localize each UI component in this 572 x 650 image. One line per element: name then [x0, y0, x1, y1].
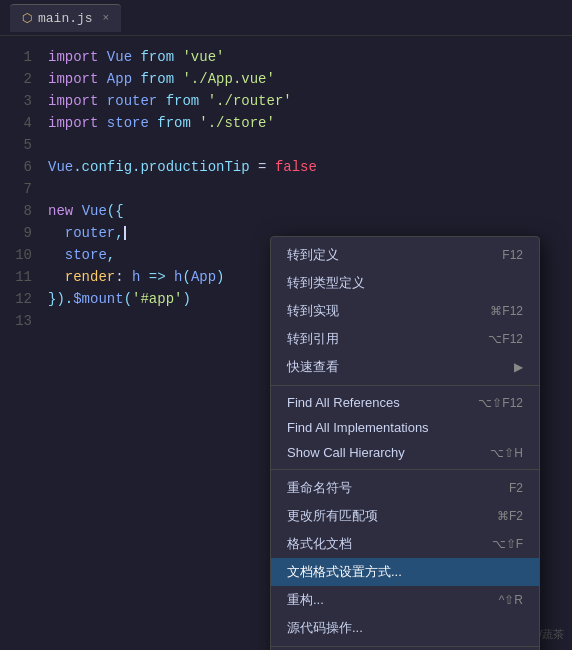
js-file-icon: ⬡ — [22, 11, 32, 26]
code-line: Vue.config.productionTip = false — [48, 156, 572, 178]
line-numbers: 12345678910111213 — [0, 36, 40, 650]
menu-item-label: 文档格式设置方式... — [287, 563, 402, 581]
menu-item-label: 快速查看 — [287, 358, 339, 376]
menu-item-label: 格式化文档 — [287, 535, 352, 553]
menu-item-shortcut: ⌥⇧F12 — [478, 396, 523, 410]
menu-separator — [271, 646, 539, 647]
menu-item-label: Find All Implementations — [287, 420, 429, 435]
code-line: import App from './App.vue' — [48, 68, 572, 90]
tab-close-button[interactable]: × — [103, 12, 110, 24]
menu-item[interactable]: Find All References⌥⇧F12 — [271, 390, 539, 415]
menu-item-shortcut: ⌥⇧F — [492, 537, 523, 551]
menu-item-label: 转到实现 — [287, 302, 339, 320]
title-bar: ⬡ main.js × — [0, 0, 572, 36]
menu-item-label: 源代码操作... — [287, 619, 363, 637]
context-menu: 转到定义F12转到类型定义转到实现⌘F12转到引用⌥F12快速查看▶Find A… — [270, 236, 540, 650]
menu-item-label: 转到定义 — [287, 246, 339, 264]
menu-item[interactable]: 重构...^⇧R — [271, 586, 539, 614]
menu-item-label: 重构... — [287, 591, 324, 609]
menu-item-label: Show Call Hierarchy — [287, 445, 405, 460]
menu-item[interactable]: 转到定义F12 — [271, 241, 539, 269]
menu-item-shortcut: F2 — [509, 481, 523, 495]
menu-item-shortcut: ^⇧R — [499, 593, 523, 607]
menu-item-shortcut: F12 — [502, 248, 523, 262]
tab-main-js[interactable]: ⬡ main.js × — [10, 4, 121, 32]
code-line: new Vue({ — [48, 200, 572, 222]
menu-item[interactable]: 源代码操作... — [271, 614, 539, 642]
code-line: import store from './store' — [48, 112, 572, 134]
code-line — [48, 178, 572, 200]
menu-item-shortcut: ⌥⇧H — [490, 446, 523, 460]
code-line: import router from './router' — [48, 90, 572, 112]
menu-separator — [271, 469, 539, 470]
menu-item[interactable]: 文档格式设置方式... — [271, 558, 539, 586]
menu-item[interactable]: Show Call Hierarchy⌥⇧H — [271, 440, 539, 465]
menu-item[interactable]: Find All Implementations — [271, 415, 539, 440]
menu-item-label: 转到类型定义 — [287, 274, 365, 292]
code-line: import Vue from 'vue' — [48, 46, 572, 68]
menu-item-label: 更改所有匹配项 — [287, 507, 378, 525]
submenu-arrow-icon: ▶ — [514, 360, 523, 374]
menu-item-shortcut: ⌘F2 — [497, 509, 523, 523]
menu-item[interactable]: 快速查看▶ — [271, 353, 539, 381]
menu-item[interactable]: 更改所有匹配项⌘F2 — [271, 502, 539, 530]
editor-area: 12345678910111213 import Vue from 'vue'i… — [0, 36, 572, 650]
menu-separator — [271, 385, 539, 386]
menu-item[interactable]: 转到引用⌥F12 — [271, 325, 539, 353]
menu-item[interactable]: 重命名符号F2 — [271, 474, 539, 502]
code-line — [48, 134, 572, 156]
menu-item-shortcut: ⌘F12 — [490, 304, 523, 318]
menu-item[interactable]: 转到类型定义 — [271, 269, 539, 297]
menu-item-label: 重命名符号 — [287, 479, 352, 497]
menu-item-label: 转到引用 — [287, 330, 339, 348]
menu-item[interactable]: 格式化文档⌥⇧F — [271, 530, 539, 558]
tab-filename: main.js — [38, 11, 93, 26]
menu-item-shortcut: ⌥F12 — [488, 332, 523, 346]
menu-item-label: Find All References — [287, 395, 400, 410]
menu-item[interactable]: 转到实现⌘F12 — [271, 297, 539, 325]
